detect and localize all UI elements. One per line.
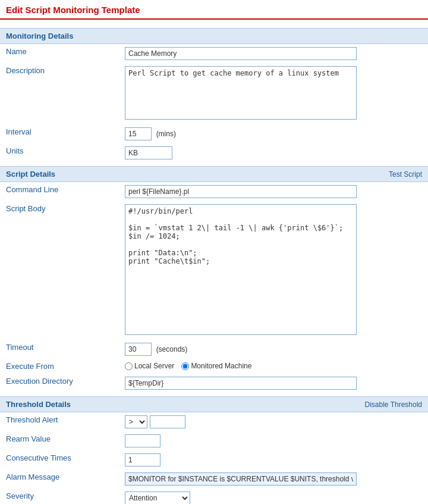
alarm-message-label: Alarm Message (0, 469, 119, 489)
local-server-radio[interactable] (125, 362, 133, 370)
name-row: Name (0, 44, 428, 63)
alarm-message-field-cell (119, 469, 428, 489)
alarm-message-row: Alarm Message (0, 469, 428, 489)
monitored-machine-label: Monitored Machine (191, 362, 251, 370)
command-line-label: Command Line (0, 182, 119, 201)
script-details-table: Command Line Script Body #!/usr/bin/perl… (0, 182, 428, 393)
timeout-field-cell: (seconds) (119, 340, 428, 359)
local-server-label: Local Server (134, 362, 174, 370)
severity-row: Severity Attention Critical Warning Info (0, 489, 428, 504)
timeout-label: Timeout (0, 340, 119, 359)
monitoring-details-label: Monitoring Details (6, 32, 73, 40)
description-row: Description Perl Script to get cache mem… (0, 63, 428, 124)
execution-directory-label: Execution Directory (0, 374, 119, 393)
rearm-value-field-cell (119, 431, 428, 450)
execution-directory-input[interactable] (125, 377, 357, 390)
execute-from-field-cell: Local Server Monitored Machine (119, 359, 428, 374)
name-input[interactable] (125, 47, 357, 60)
page-title: Edit Script Monitoring Template (0, 0, 428, 20)
monitored-machine-radio[interactable] (181, 362, 189, 370)
severity-label: Severity (0, 489, 119, 504)
rearm-value-input[interactable] (125, 434, 160, 447)
name-label: Name (0, 44, 119, 63)
command-line-input[interactable] (125, 185, 357, 198)
command-line-row: Command Line (0, 182, 428, 201)
execute-from-row: Execute From Local Server Monitored Mach… (0, 359, 428, 374)
interval-input[interactable] (125, 127, 152, 140)
name-field-cell (119, 44, 428, 63)
threshold-alert-field-cell: > < >= <= = (119, 412, 428, 431)
threshold-value-input[interactable] (150, 415, 185, 428)
disable-threshold-link[interactable]: Disable Threshold (365, 400, 423, 409)
script-body-row: Script Body #!/usr/bin/perl $in = `vmsta… (0, 201, 428, 340)
script-body-label: Script Body (0, 201, 119, 340)
test-script-link[interactable]: Test Script (389, 170, 422, 179)
units-field-cell (119, 143, 428, 162)
monitoring-details-header: Monitoring Details (0, 28, 428, 44)
units-label: Units (0, 143, 119, 162)
execution-directory-row: Execution Directory (0, 374, 428, 393)
threshold-alert-row-content: > < >= <= = (125, 415, 422, 428)
execute-from-label: Execute From (0, 359, 119, 374)
threshold-operator-select[interactable]: > < >= <= = (125, 415, 147, 428)
execute-from-radio-group: Local Server Monitored Machine (125, 362, 422, 370)
script-details-label: Script Details (6, 170, 55, 179)
rearm-value-row: Rearm Value (0, 431, 428, 450)
consecutive-times-field-cell (119, 450, 428, 469)
timeout-unit: (seconds) (156, 345, 188, 353)
script-details-header: Script Details Test Script (0, 166, 428, 182)
interval-row: Interval (mins) (0, 124, 428, 143)
description-field-cell: Perl Script to get cache memory of a lin… (119, 63, 428, 124)
description-label: Description (0, 63, 119, 124)
timeout-input[interactable] (125, 343, 152, 356)
description-textarea[interactable]: Perl Script to get cache memory of a lin… (125, 66, 357, 120)
consecutive-times-label: Consecutive Times (0, 450, 119, 469)
severity-select[interactable]: Attention Critical Warning Info (125, 492, 190, 504)
interval-field-cell: (mins) (119, 124, 428, 143)
units-row: Units (0, 143, 428, 162)
script-body-textarea[interactable]: #!/usr/bin/perl $in = `vmstat 1 2\| tail… (125, 204, 357, 335)
threshold-alert-row: Threshold Alert > < >= <= = (0, 412, 428, 431)
script-body-field-cell: #!/usr/bin/perl $in = `vmstat 1 2\| tail… (119, 201, 428, 340)
interval-unit: (mins) (156, 130, 176, 138)
units-input[interactable] (125, 146, 172, 159)
monitored-machine-option[interactable]: Monitored Machine (181, 362, 251, 370)
threshold-details-label: Threshold Details (6, 400, 71, 409)
severity-row-content: Attention Critical Warning Info (125, 492, 422, 504)
consecutive-times-row: Consecutive Times (0, 450, 428, 469)
threshold-details-table: Threshold Alert > < >= <= = Rearm Value … (0, 412, 428, 504)
alarm-message-input[interactable] (125, 472, 357, 486)
timeout-row: Timeout (seconds) (0, 340, 428, 359)
local-server-option[interactable]: Local Server (125, 362, 174, 370)
execution-directory-field-cell (119, 374, 428, 393)
interval-label: Interval (0, 124, 119, 143)
rearm-value-label: Rearm Value (0, 431, 119, 450)
monitoring-details-table: Name Description Perl Script to get cach… (0, 44, 428, 162)
severity-field-cell: Attention Critical Warning Info (119, 489, 428, 504)
consecutive-times-input[interactable] (125, 453, 160, 467)
threshold-alert-label: Threshold Alert (0, 412, 119, 431)
command-line-field-cell (119, 182, 428, 201)
threshold-details-header: Threshold Details Disable Threshold (0, 396, 428, 412)
